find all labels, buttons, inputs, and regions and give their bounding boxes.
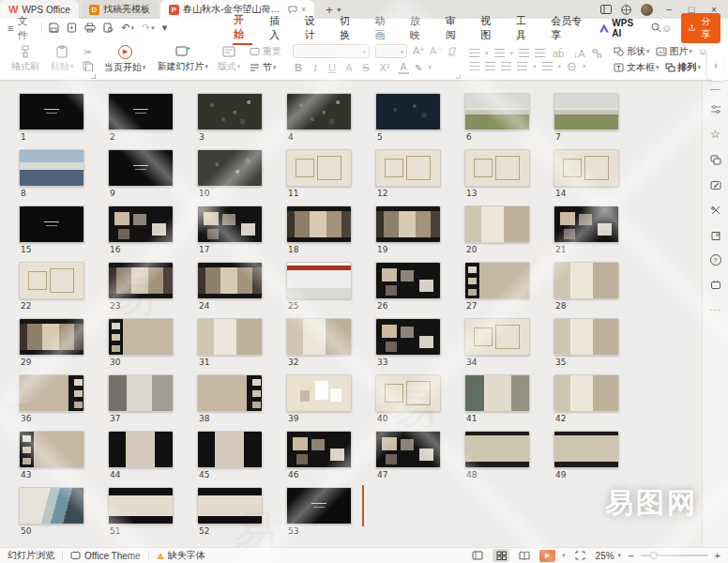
search-icon[interactable] xyxy=(651,23,661,33)
slide-thumbnail-10[interactable] xyxy=(197,149,263,187)
text-effects-chevron-icon[interactable]: ▾ xyxy=(428,64,432,71)
bold-button[interactable]: B xyxy=(293,62,304,73)
workspace-cube-icon[interactable] xyxy=(621,5,631,15)
theme-indicator[interactable]: Office Theme xyxy=(70,551,141,561)
slide-thumbnail-49[interactable] xyxy=(554,431,619,468)
export-pdf-icon[interactable] xyxy=(67,23,77,33)
guide-badge-icon[interactable] xyxy=(708,278,723,291)
clear-format-icon[interactable] xyxy=(447,47,458,56)
file-menu[interactable]: ≡ 文件 xyxy=(8,14,35,42)
print-icon[interactable] xyxy=(84,23,96,33)
vertical-text-button[interactable]: ↓A xyxy=(571,48,586,59)
zoom-out-button[interactable]: − xyxy=(628,550,633,561)
slide-thumbnail-33[interactable] xyxy=(375,318,441,356)
slide-thumbnail-21[interactable] xyxy=(554,205,619,243)
slide-thumbnail-9[interactable] xyxy=(108,149,174,187)
distribute-icon[interactable] xyxy=(567,62,577,71)
slide-thumbnail-29[interactable] xyxy=(19,318,84,356)
slide-thumbnail-50[interactable] xyxy=(19,487,84,525)
highlight-pen-icon[interactable]: ✎ xyxy=(415,63,422,73)
increase-font-icon[interactable]: A⁺ xyxy=(413,45,424,57)
strikethrough-button[interactable]: S xyxy=(360,62,372,73)
slide-thumbnail-18[interactable] xyxy=(286,205,352,243)
slide-thumbnail-26[interactable] xyxy=(375,262,441,299)
play-slideshow-button[interactable]: ▶ xyxy=(539,550,555,562)
slide-thumbnail-2[interactable] xyxy=(108,93,174,130)
play-from-current-button[interactable]: ▶ 当页开始▾ xyxy=(104,45,146,74)
properties-sliders-icon[interactable] xyxy=(708,102,723,115)
shapes-button[interactable]: 形状▾ xyxy=(614,45,650,58)
slide-thumbnail-37[interactable] xyxy=(108,374,174,412)
normal-view-button[interactable] xyxy=(469,549,486,562)
slide-thumbnail-31[interactable] xyxy=(197,318,263,356)
slide-thumbnail-19[interactable] xyxy=(375,205,441,243)
layout-button[interactable]: 版式▾ xyxy=(213,45,245,73)
section-button[interactable]: 节▾ xyxy=(250,61,281,74)
numbered-list-icon[interactable] xyxy=(494,49,505,57)
decrease-indent-icon[interactable] xyxy=(519,49,529,57)
more-tools-icon[interactable]: ··· xyxy=(708,303,723,316)
slide-thumbnail-32[interactable] xyxy=(286,318,352,356)
slide-thumbnail-45[interactable] xyxy=(197,431,263,468)
increase-indent-icon[interactable] xyxy=(535,49,545,57)
slide-thumbnail-24[interactable] xyxy=(197,262,263,299)
notebook-icon[interactable] xyxy=(708,229,723,242)
cutout-tools-icon[interactable] xyxy=(708,204,723,217)
help-icon[interactable]: ? xyxy=(710,254,721,266)
zoom-slider-thumb[interactable] xyxy=(650,552,658,559)
print-preview-icon[interactable] xyxy=(103,23,114,33)
justify-icon[interactable] xyxy=(517,62,527,70)
slide-thumbnail-14[interactable] xyxy=(554,149,619,187)
slide-thumbnail-38[interactable] xyxy=(197,374,263,412)
save-icon[interactable] xyxy=(49,23,59,33)
undo-icon[interactable]: ↶▾ xyxy=(121,22,134,34)
paste-button[interactable]: 粘贴▾ xyxy=(46,45,78,73)
slide-thumbnail-7[interactable] xyxy=(554,93,619,130)
superscript-button[interactable]: X² xyxy=(377,62,392,73)
slide-thumbnail-1[interactable] xyxy=(19,93,84,130)
slide-sorter-canvas[interactable]: 1234567891011121314151617181920212223242… xyxy=(0,82,702,547)
slide-sorter-view-button[interactable] xyxy=(493,549,509,562)
slide-thumbnail-4[interactable] xyxy=(286,93,352,130)
char-shading-button[interactable]: A xyxy=(343,62,355,73)
slide-thumbnail-36[interactable] xyxy=(19,374,84,412)
align-left-icon[interactable] xyxy=(469,62,479,70)
slide-thumbnail-34[interactable] xyxy=(464,318,530,356)
annotate-pen-icon[interactable] xyxy=(708,178,723,191)
ribbon-expand-button[interactable]: › xyxy=(707,49,724,81)
wps-ai-button[interactable]: WPS AI xyxy=(599,18,642,38)
slide-thumbnail-12[interactable] xyxy=(375,149,441,187)
slide-thumbnail-41[interactable] xyxy=(464,374,530,412)
reset-button[interactable]: 重置 xyxy=(250,45,281,58)
slide-thumbnail-51[interactable] xyxy=(108,487,174,525)
decrease-font-icon[interactable]: A⁻ xyxy=(430,45,441,57)
align-center-icon[interactable] xyxy=(485,62,495,70)
reading-view-button[interactable] xyxy=(516,549,533,562)
arrange-button[interactable]: 排列▾ xyxy=(665,61,702,74)
clipboard-dialog-launcher[interactable] xyxy=(91,74,96,79)
zoom-slider[interactable] xyxy=(641,555,708,556)
slide-thumbnail-44[interactable] xyxy=(108,431,174,468)
zoom-level[interactable]: 25% ▾ xyxy=(596,551,622,561)
slide-thumbnail-5[interactable] xyxy=(375,93,441,130)
picture-button[interactable]: 图片▾ xyxy=(656,45,693,58)
slide-thumbnail-22[interactable] xyxy=(19,262,84,299)
textbox-button[interactable]: 文本框▾ xyxy=(614,61,660,74)
customize-toolbar-chevron-icon[interactable]: ▾ xyxy=(162,22,168,34)
copy-icon[interactable] xyxy=(83,61,93,71)
slide-thumbnail-15[interactable] xyxy=(19,205,84,243)
slide-thumbnail-17[interactable] xyxy=(197,205,263,243)
slide-thumbnail-43[interactable] xyxy=(19,431,84,468)
slide-thumbnail-53[interactable] xyxy=(286,487,352,525)
slide-thumbnail-25[interactable] xyxy=(286,262,352,299)
font-color-button[interactable]: A xyxy=(398,61,409,74)
underline-button[interactable]: U xyxy=(326,62,338,73)
favorites-star-icon[interactable]: ☆ xyxy=(708,128,723,141)
duplicate-layers-icon[interactable] xyxy=(708,153,723,166)
font-name-select[interactable]: ▾ xyxy=(293,44,370,58)
font-dialog-launcher[interactable] xyxy=(456,74,461,79)
slide-thumbnail-3[interactable] xyxy=(197,93,263,130)
redo-icon[interactable]: ↷▾ xyxy=(142,22,155,34)
font-size-select[interactable]: ▾ xyxy=(375,44,407,58)
zoom-in-button[interactable]: + xyxy=(715,550,720,561)
